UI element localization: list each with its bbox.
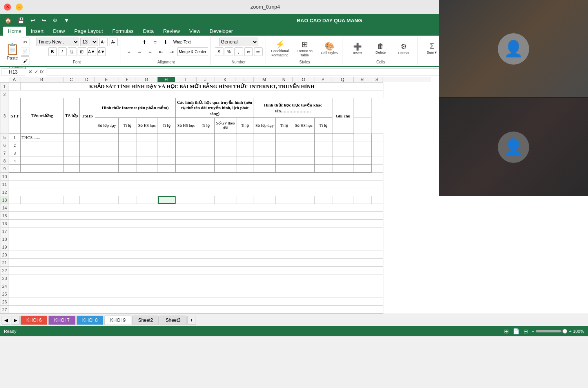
paste-button[interactable]: 📋 Paste [5, 43, 19, 60]
cell-A1[interactable] [9, 83, 21, 90]
sub-header-ti-le2[interactable]: Ti lệ [158, 118, 176, 134]
tab-data[interactable]: Data [138, 27, 158, 36]
rownum-27[interactable]: 27 [0, 306, 9, 314]
sub-header-ti-le1[interactable]: Ti lệ [119, 118, 136, 134]
cell-L5[interactable] [236, 134, 254, 141]
cell-M7[interactable] [254, 149, 276, 157]
tab-next-button[interactable]: ▶ [11, 316, 20, 325]
cell-D9[interactable] [80, 165, 95, 173]
align-left-button[interactable]: ≡ [124, 47, 134, 56]
cell-row20[interactable] [9, 251, 383, 259]
cell-S6[interactable] [372, 141, 383, 149]
rownum-14[interactable]: 14 [0, 204, 9, 212]
cell-B6[interactable] [21, 141, 64, 149]
col-header-Q[interactable]: Q [332, 77, 354, 82]
sub-header-ti-le6[interactable]: Ti lệ [315, 118, 332, 134]
cell-H5[interactable] [158, 134, 176, 141]
home-icon[interactable]: 🏠 [3, 16, 13, 24]
cell-I9[interactable] [176, 165, 197, 173]
cell-N9[interactable] [276, 165, 293, 173]
page-break-icon[interactable]: ⊟ [523, 328, 528, 334]
indent-increase-button[interactable]: ⇥ [167, 47, 176, 56]
cell-H9[interactable] [158, 165, 176, 173]
fill-color-button[interactable]: A▼ [87, 47, 96, 56]
cell-C9[interactable] [64, 165, 80, 173]
rownum-18[interactable]: 18 [0, 235, 9, 243]
cell-L8[interactable] [236, 157, 254, 165]
col-header-H[interactable]: H [158, 77, 175, 82]
cut-button[interactable]: ✂ [21, 38, 29, 46]
cell-H7[interactable] [158, 149, 176, 157]
cell-G13[interactable] [136, 196, 158, 204]
rownum-12[interactable]: 12 [0, 188, 9, 196]
col-header-P[interactable]: P [314, 77, 332, 82]
cell-J7[interactable] [197, 149, 215, 157]
cell-row22[interactable] [9, 267, 383, 274]
cell-M8[interactable] [254, 157, 276, 165]
tab-page-layout[interactable]: Page Layout [70, 27, 108, 36]
minimize-button[interactable]: − [16, 4, 23, 11]
settings-icon[interactable]: ⚙ [51, 16, 59, 24]
cancel-formula-icon[interactable]: ✕ [28, 69, 33, 75]
cell-L13[interactable] [236, 196, 254, 204]
sheet-tab-khoi6[interactable]: KHOI 6 [20, 316, 47, 325]
cell-F7[interactable] [119, 149, 136, 157]
header-ten-truong[interactable]: Tên trường [21, 98, 64, 134]
cell-C8[interactable] [64, 157, 80, 165]
cell-K5[interactable] [215, 134, 236, 141]
cell-stt-4[interactable]: 4 [9, 157, 21, 165]
rownum-6[interactable]: 6 [0, 141, 9, 149]
merge-center-button[interactable]: Merge & Center [177, 47, 208, 56]
cell-H8[interactable] [158, 157, 176, 165]
sub-header-so-hs-hoc3[interactable]: Số HS học [293, 118, 315, 134]
header-hinh-thuc-khac[interactable]: Hình thức học trực tuyến khác tên………………… [254, 98, 332, 118]
redo-icon[interactable]: ↪ [40, 16, 48, 24]
add-sheet-button[interactable]: + [187, 316, 196, 325]
rownum-9[interactable]: 9 [0, 165, 9, 173]
col-header-L[interactable]: L [236, 77, 254, 82]
page-layout-icon[interactable]: 📄 [513, 328, 519, 334]
cell-row18[interactable] [9, 235, 383, 243]
cell-R5[interactable] [354, 134, 372, 141]
font-name-select[interactable]: Times New . [36, 38, 79, 46]
cell-row26[interactable] [9, 298, 383, 306]
cell-I8[interactable] [176, 157, 197, 165]
col-header-R[interactable]: R [354, 77, 371, 82]
align-middle-button[interactable]: ≡ [151, 38, 160, 46]
tab-developer[interactable]: Developer [205, 27, 238, 36]
rownum-26[interactable]: 26 [0, 298, 9, 306]
cell-E6[interactable] [95, 141, 119, 149]
undo-icon[interactable]: ↩ [29, 16, 37, 24]
header-cac-hinh-thuc[interactable]: Các hình thức học qua truyền hình (nêu c… [176, 98, 254, 118]
header-hinh-thuc-internet[interactable]: Hình thức Internet (tên phần mềm) [95, 98, 176, 118]
rownum-1[interactable]: 1 [0, 83, 9, 90]
cell-S13[interactable] [372, 196, 383, 204]
confirm-formula-icon[interactable]: ✓ [34, 69, 38, 75]
cell-Q13[interactable] [332, 196, 354, 204]
cell-row11[interactable] [9, 180, 383, 188]
cell-C6[interactable] [64, 141, 80, 149]
rownum-25[interactable]: 25 [0, 290, 9, 298]
tab-home[interactable]: Home [3, 27, 26, 36]
cell-S5[interactable] [372, 134, 383, 141]
cell-F9[interactable] [119, 165, 136, 173]
format-as-table-button[interactable]: ⊞ Format as Table [294, 40, 316, 58]
cell-E7[interactable] [95, 149, 119, 157]
cell-P6[interactable] [315, 141, 332, 149]
col-header-N[interactable]: N [275, 77, 293, 82]
normal-view-icon[interactable]: ⊞ [504, 328, 509, 334]
cell-D8[interactable] [80, 157, 95, 165]
cell-M9[interactable] [254, 165, 276, 173]
cell-N13[interactable] [276, 196, 293, 204]
number-format-select[interactable]: General [219, 38, 258, 46]
cell-S7[interactable] [372, 149, 383, 157]
sub-header-ti-le3[interactable]: Ti lệ [197, 118, 215, 134]
increase-decimal-button[interactable]: ⇨ [254, 47, 263, 56]
rownum-16[interactable]: 16 [0, 220, 9, 227]
cell-F5[interactable] [119, 134, 136, 141]
cell-O13[interactable] [293, 196, 315, 204]
cell-K9[interactable] [215, 165, 236, 173]
align-center-button[interactable]: ≡ [135, 47, 144, 56]
cell-row10[interactable] [9, 173, 383, 180]
cell-H6[interactable] [158, 141, 176, 149]
